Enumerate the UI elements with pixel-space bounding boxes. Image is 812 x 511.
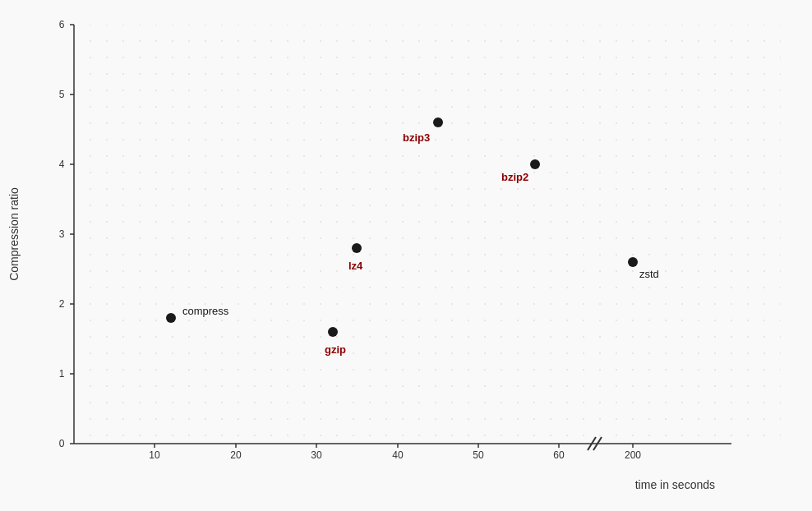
svg-rect-2 — [74, 25, 781, 444]
point-gzip — [328, 327, 338, 337]
x-tick-20: 20 — [230, 449, 242, 461]
label-compress: compress — [182, 305, 229, 317]
label-gzip: gzip — [325, 343, 346, 356]
svg-text:0: 0 — [59, 438, 65, 449]
point-zstd — [628, 257, 638, 267]
chart-svg: 0 1 2 3 4 5 6 Compression ratio 1 — [0, 0, 812, 511]
point-compress — [166, 313, 176, 323]
label-zstd: zstd — [639, 268, 659, 280]
x-tick-40: 40 — [392, 449, 404, 461]
y-tick-5: 5 — [59, 89, 65, 100]
x-tick-50: 50 — [473, 449, 484, 461]
point-lz4 — [352, 243, 362, 253]
label-lz4: lz4 — [348, 260, 363, 272]
x-tick-200: 200 — [625, 449, 641, 461]
x-tick-10: 10 — [149, 449, 160, 461]
y-tick-6: 6 — [59, 19, 65, 30]
y-tick-1: 1 — [59, 368, 65, 380]
chart-container: 0 1 2 3 4 5 6 Compression ratio 1 — [0, 0, 812, 511]
point-bzip3 — [433, 117, 443, 127]
x-axis-label: time in seconds — [635, 478, 715, 491]
label-bzip3: bzip3 — [403, 131, 430, 144]
y-axis-label: Compression ratio — [7, 187, 21, 281]
y-tick-4: 4 — [59, 159, 65, 170]
x-tick-30: 30 — [311, 449, 322, 461]
y-tick-2: 2 — [59, 298, 65, 310]
y-tick-3: 3 — [59, 228, 65, 240]
x-tick-60: 60 — [553, 449, 565, 461]
point-bzip2 — [530, 159, 540, 169]
label-bzip2: bzip2 — [501, 171, 528, 183]
